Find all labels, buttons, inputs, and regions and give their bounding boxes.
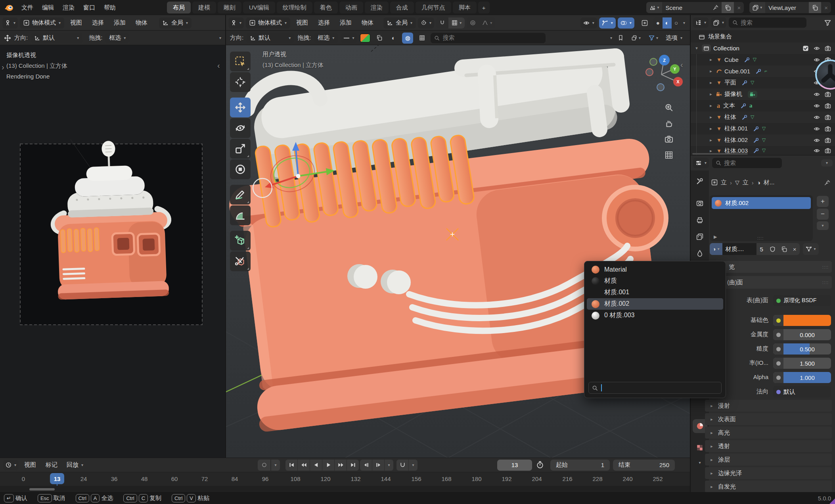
- mode-dropdown[interactable]: 物体模式▾: [246, 17, 290, 29]
- tool-measure[interactable]: [230, 205, 251, 225]
- subpanel-diffuse[interactable]: ▸漫射: [705, 400, 832, 412]
- menu-help[interactable]: 帮助: [100, 3, 120, 13]
- outliner-row-object[interactable]: ▸摄像机: [691, 88, 835, 100]
- step-back-button[interactable]: [360, 460, 372, 471]
- properties-search[interactable]: 搜索: [712, 158, 782, 168]
- material-slot-selected[interactable]: 材质.002: [712, 197, 811, 209]
- axis-y[interactable]: Y: [670, 64, 680, 74]
- tool-move[interactable]: [230, 98, 251, 117]
- orientation-value-dropdown[interactable]: 默认▾: [31, 33, 82, 43]
- overlays-dropdown[interactable]: ▾: [618, 17, 634, 29]
- tab-rendering[interactable]: 渲染: [365, 2, 389, 13]
- zoom-icon[interactable]: [665, 103, 673, 112]
- brush-color-swatch[interactable]: [360, 34, 370, 42]
- dropdown-item[interactable]: 材质: [587, 275, 723, 287]
- filter-dropdown[interactable]: ▾: [645, 33, 662, 44]
- menu-select[interactable]: 选择: [88, 18, 108, 28]
- outliner-row-object[interactable]: ▸Cube.001⌐: [691, 65, 835, 77]
- shading-dropdown[interactable]: ▾: [681, 17, 688, 29]
- subpanel-specular[interactable]: ▸高光: [705, 427, 832, 439]
- tab-compositing[interactable]: 合成: [390, 2, 414, 13]
- menu-object[interactable]: 物体: [358, 18, 377, 28]
- jump-to-end-button[interactable]: [347, 460, 359, 471]
- viewlayer-browse-button[interactable]: ▾: [749, 2, 765, 13]
- falloff-dropdown[interactable]: ▾: [479, 17, 495, 29]
- dropdown-item[interactable]: 材质.001: [587, 287, 723, 298]
- object-breadcrumb-icon[interactable]: [711, 179, 718, 186]
- dropdown-item[interactable]: 0 材质.003: [587, 310, 723, 321]
- next-keyframe-button[interactable]: [335, 460, 347, 471]
- camera-visibility-icon[interactable]: [825, 91, 831, 98]
- slot-remove-button[interactable]: −: [817, 209, 829, 220]
- stopwatch-icon[interactable]: [536, 461, 544, 469]
- menu-select[interactable]: 选择: [314, 18, 334, 28]
- pivot-dropdown[interactable]: ▾: [418, 17, 434, 29]
- axis-z[interactable]: Z: [659, 55, 670, 65]
- proportional-toggle[interactable]: [467, 17, 479, 29]
- loop-dropdown[interactable]: ▾: [409, 460, 418, 471]
- shading-rendered[interactable]: ○: [672, 17, 681, 29]
- layers-dropdown[interactable]: ▾: [627, 33, 645, 44]
- menu-file[interactable]: 文件: [17, 3, 37, 13]
- orientation-dropdown[interactable]: 全局▾: [383, 17, 416, 29]
- timeline-menu-view[interactable]: 视图: [20, 460, 40, 470]
- world-space-button[interactable]: ◍: [402, 33, 413, 44]
- tab-scripting[interactable]: 脚本: [453, 2, 477, 13]
- tab-scene-icon[interactable]: [696, 250, 703, 257]
- select-visibility-dropdown[interactable]: ▾: [580, 17, 597, 29]
- eye-icon[interactable]: [814, 114, 820, 121]
- tool-select-box[interactable]: [230, 52, 251, 71]
- viewlayer-copy-button[interactable]: [809, 2, 821, 13]
- axis-neg-y[interactable]: [649, 58, 657, 66]
- camera-visibility-icon[interactable]: [825, 45, 831, 52]
- timeline-ruler[interactable]: 0 24 36 48 60 72 84 96 108 120 132 144 1…: [0, 472, 690, 486]
- timeline-menu-playback[interactable]: 回放▾: [63, 460, 87, 470]
- menu-add[interactable]: 添加: [336, 18, 356, 28]
- drag-value-dropdown[interactable]: 框选▾: [105, 33, 129, 43]
- tab-shading[interactable]: 着色: [314, 2, 338, 13]
- snap-target-dropdown[interactable]: ▾: [448, 17, 465, 29]
- loop-button[interactable]: [396, 460, 408, 471]
- camera-visibility-icon[interactable]: [825, 103, 831, 109]
- tab-modeling[interactable]: 建模: [192, 2, 216, 13]
- eye-icon[interactable]: [814, 103, 820, 109]
- timeline-editor-type[interactable]: ▾: [3, 460, 19, 470]
- axis-x[interactable]: X: [673, 77, 683, 86]
- subpanel-subsurface[interactable]: ▸次表面: [705, 413, 832, 425]
- axis-neg-z[interactable]: [657, 83, 665, 91]
- scene-pin-button[interactable]: [710, 2, 722, 13]
- outliner-row-collection[interactable]: ▾ Collection: [691, 42, 835, 54]
- gradient-type-dropdown[interactable]: ▾: [341, 33, 357, 43]
- outliner-row-object[interactable]: ▸a文本a: [691, 100, 835, 111]
- frame-end-field[interactable]: 结束250: [613, 460, 675, 471]
- unlink-material-button[interactable]: ×: [790, 243, 800, 255]
- slot-expand-arrow[interactable]: ▶: [714, 234, 717, 240]
- copy-material-button[interactable]: [778, 243, 790, 255]
- node-tree-dropdown[interactable]: ▾: [803, 243, 819, 255]
- ior-field[interactable]: 1.500: [773, 358, 831, 369]
- pan-hand-icon[interactable]: [665, 119, 673, 128]
- tool-cursor[interactable]: [230, 72, 251, 92]
- shading-material[interactable]: ◐: [663, 17, 672, 29]
- menu-object[interactable]: 物体: [132, 18, 151, 28]
- tool-search[interactable]: 搜索: [431, 33, 546, 43]
- eye-icon[interactable]: [814, 91, 820, 98]
- subpanel-coat[interactable]: ▸涂层: [705, 454, 832, 466]
- tab-viewlayer-icon[interactable]: [696, 233, 703, 240]
- camera-visibility-icon[interactable]: [825, 137, 831, 144]
- alpha-slider[interactable]: 1.000: [773, 372, 831, 383]
- tab-tool-icon[interactable]: [696, 178, 703, 185]
- scene-browse-button[interactable]: ▾: [646, 2, 662, 13]
- dropdown-search[interactable]: [588, 382, 722, 394]
- viewlayer-name[interactable]: ViewLayer: [765, 2, 809, 13]
- sphere-option-button[interactable]: ◐: [388, 33, 399, 44]
- eye-icon[interactable]: [814, 148, 820, 154]
- viewlayer-delete-button[interactable]: ×: [821, 2, 831, 13]
- material-name-field[interactable]: 材质....: [722, 243, 756, 255]
- outliner-search[interactable]: 搜索: [729, 17, 806, 28]
- fake-user-button[interactable]: [767, 243, 778, 255]
- outliner-row-object[interactable]: ▸▼柱体▽: [691, 111, 835, 123]
- funnel-icon[interactable]: [824, 19, 831, 26]
- properties-editor-type[interactable]: ▾: [693, 158, 709, 168]
- menu-add[interactable]: 添加: [110, 18, 130, 28]
